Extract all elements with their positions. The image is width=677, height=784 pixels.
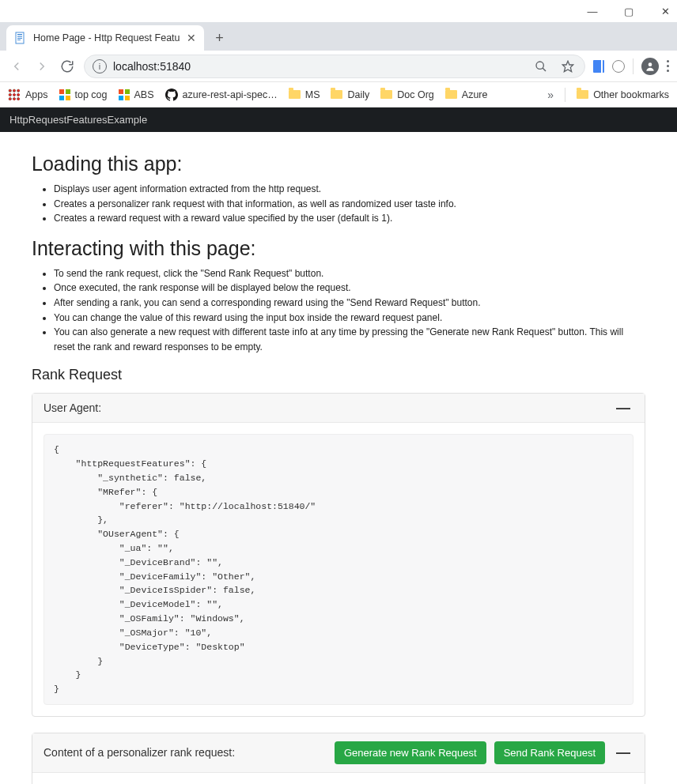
rank-request-card: Content of a personalizer rank request: …	[32, 733, 645, 784]
bookmark-topcog[interactable]: top cog	[59, 89, 108, 100]
bookmark-overflow-button[interactable]: »	[547, 89, 554, 101]
zoom-icon[interactable]	[532, 58, 550, 75]
list-item: Creates a personalizer rank request with…	[54, 197, 645, 212]
list-item: Creates a reward request with a reward v…	[54, 211, 645, 226]
list-item: You can also generate a new request with…	[54, 325, 645, 354]
back-button[interactable]	[8, 58, 25, 75]
app-navbar: HttpRequestFeaturesExample	[0, 107, 677, 132]
card-header: Content of a personalizer rank request: …	[32, 733, 645, 773]
list-item: Once executed, the rank response will be…	[54, 281, 645, 296]
folder-icon	[577, 90, 588, 99]
bookmark-azure-rest[interactable]: azure-rest-api-spec…	[165, 89, 278, 101]
list-item: Displays user agent information extracte…	[54, 182, 645, 197]
interacting-list: To send the rank request, click the "Sen…	[32, 266, 645, 355]
window-maximize-button[interactable]: ▢	[622, 6, 636, 17]
send-rank-request-button[interactable]: Send Rank Request	[494, 741, 605, 764]
extension-icon[interactable]	[612, 60, 625, 73]
heading-loading-app: Loading this app:	[32, 153, 645, 175]
page-viewport[interactable]: HttpRequestFeaturesExample Loading this …	[0, 107, 677, 784]
bookmark-label: ABS	[134, 89, 154, 100]
tab-strip: Home Page - Http Request Featu ✕ +	[0, 22, 677, 51]
star-icon[interactable]	[559, 58, 577, 75]
svg-point-5	[536, 62, 543, 69]
app-title[interactable]: HttpRequestFeaturesExample	[9, 114, 147, 126]
apps-label: Apps	[25, 89, 48, 100]
browser-tab-active[interactable]: Home Page - Http Request Featu ✕	[6, 25, 204, 51]
loading-list: Displays user agent information extracte…	[32, 182, 645, 226]
tab-close-button[interactable]: ✕	[180, 32, 196, 44]
reader-icon[interactable]	[593, 60, 604, 73]
svg-marker-7	[562, 61, 573, 71]
heading-rank-request: Rank Request	[32, 367, 645, 383]
folder-icon	[289, 90, 301, 99]
collapse-toggle-button[interactable]: —	[613, 404, 634, 412]
tab-title: Home Page - Http Request Featu	[33, 32, 180, 43]
new-tab-button[interactable]: +	[209, 27, 231, 49]
heading-interacting: Interacting with this page:	[32, 237, 645, 260]
list-item: After sending a rank, you can send a cor…	[54, 296, 645, 311]
window-close-button[interactable]: ✕	[658, 6, 672, 17]
browser-menu-button[interactable]	[667, 60, 669, 72]
bookmark-abs[interactable]: ABS	[119, 89, 154, 100]
folder-icon	[331, 90, 342, 99]
card-title: Content of a personalizer rank request:	[43, 746, 235, 759]
apps-shortcut[interactable]: Apps	[8, 89, 48, 101]
bookmark-folder-ms[interactable]: MS	[289, 89, 320, 100]
profile-avatar-button[interactable]	[641, 58, 659, 75]
apps-grid-icon	[8, 89, 21, 101]
list-item: You can change the value of this reward …	[54, 311, 645, 326]
svg-rect-1	[17, 34, 22, 36]
svg-rect-3	[17, 38, 22, 39]
bookmark-label: Other bookmarks	[593, 89, 669, 100]
card-body: { "contextFeatures": [ { "time": "night"…	[32, 773, 645, 784]
url-text: localhost:51840	[113, 60, 191, 73]
folder-icon	[380, 90, 392, 99]
toolbar-row: i localhost:51840	[0, 51, 677, 82]
microsoft-icon	[59, 89, 70, 100]
bookmark-folder-docorg[interactable]: Doc Org	[380, 89, 434, 100]
generate-rank-request-button[interactable]: Generate new Rank Request	[335, 741, 486, 764]
other-bookmarks-folder[interactable]: Other bookmarks	[577, 89, 669, 100]
list-item: To send the rank request, click the "Sen…	[54, 266, 645, 281]
folder-icon	[445, 90, 457, 99]
svg-point-8	[649, 62, 652, 66]
card-title: User Agent:	[43, 401, 101, 414]
bookmark-label: MS	[305, 89, 320, 100]
card-body: { "httpRequestFeatures": { "_synthetic":…	[32, 423, 645, 716]
window-minimize-button[interactable]: —	[585, 6, 599, 17]
user-agent-card: User Agent: — { "httpRequestFeatures": {…	[32, 393, 645, 717]
card-header: User Agent: —	[32, 394, 645, 423]
bookmark-label: Azure	[462, 89, 488, 100]
bookmark-label: Doc Org	[397, 89, 434, 100]
bookmarks-bar: Apps top cog ABS azure-rest-api-spec… MS…	[0, 82, 677, 107]
address-bar[interactable]: i localhost:51840	[84, 55, 585, 78]
bookmark-bar-separator	[565, 88, 565, 102]
bookmark-folder-azure[interactable]: Azure	[445, 89, 488, 100]
window-titlebar: — ▢ ✕	[0, 0, 677, 22]
bookmark-folder-daily[interactable]: Daily	[331, 89, 369, 100]
forward-button[interactable]	[33, 58, 51, 75]
github-icon	[165, 89, 178, 101]
user-agent-json: { "httpRequestFeatures": { "_synthetic":…	[43, 434, 634, 705]
svg-rect-4	[17, 40, 21, 40]
tab-favicon-icon	[14, 32, 27, 44]
bookmark-label: azure-rest-api-spec…	[183, 89, 278, 100]
site-info-icon[interactable]: i	[93, 59, 107, 74]
svg-line-6	[543, 68, 546, 71]
microsoft-icon	[119, 89, 130, 100]
collapse-toggle-button[interactable]: —	[613, 748, 634, 756]
bookmark-label: top cog	[75, 89, 108, 100]
toolbar-separator	[633, 58, 634, 74]
svg-rect-2	[17, 36, 22, 37]
bookmark-label: Daily	[347, 89, 369, 100]
page-content: Loading this app: Displays user agent in…	[0, 132, 677, 784]
reload-button[interactable]	[59, 58, 76, 75]
